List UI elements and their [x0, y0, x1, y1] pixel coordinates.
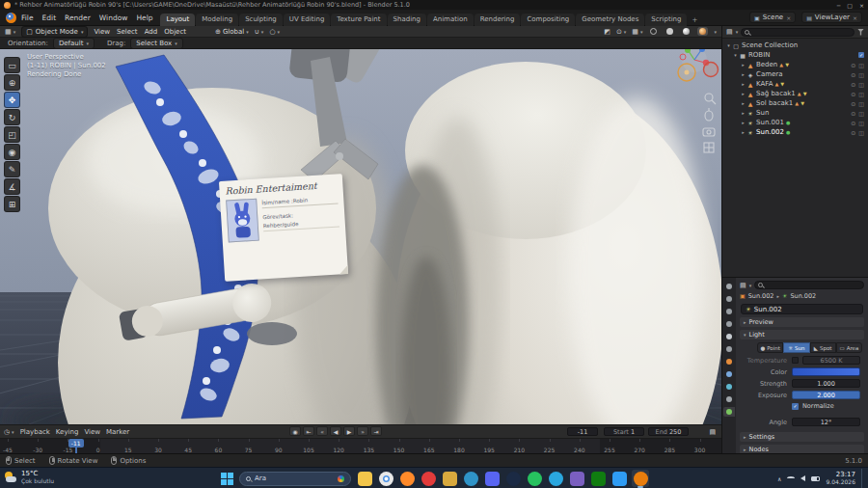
close-button[interactable]: ×	[859, 2, 864, 9]
menu-edit[interactable]: Edit	[42, 14, 57, 22]
taskbar-app-chrome[interactable]	[377, 470, 394, 487]
current-frame-field[interactable]: -11	[567, 427, 598, 436]
viewport-menu-add[interactable]: Add	[145, 28, 158, 36]
hide-viewport-icon[interactable]: ⊙	[851, 81, 855, 88]
taskbar-app-blender[interactable]	[632, 470, 649, 487]
expand-arrow[interactable]: ▸	[740, 100, 746, 106]
mode-dropdown[interactable]: ▢ Object Mode ▾	[21, 26, 88, 38]
workspace-tab-layout[interactable]: Layout	[160, 14, 195, 26]
menu-file[interactable]: File	[21, 14, 34, 22]
tool-move[interactable]: ✥	[4, 92, 20, 108]
battery-icon[interactable]	[811, 476, 820, 481]
menu-render[interactable]: Render	[65, 14, 91, 22]
viewlayer-unlink-icon[interactable]: ×	[853, 14, 857, 21]
shading-solid-button[interactable]	[665, 27, 675, 36]
play-reverse-button[interactable]: ◀	[330, 426, 341, 436]
workspace-tab-scripting[interactable]: Scripting	[645, 14, 687, 26]
tool-annotate[interactable]: ✎	[4, 161, 20, 177]
volume-icon[interactable]	[800, 475, 805, 481]
taskbar-app-discord[interactable]	[483, 470, 501, 487]
expand-arrow[interactable]: ▸	[740, 71, 746, 77]
properties-tab-tool[interactable]	[723, 282, 735, 291]
timeline-menu-playback[interactable]: Playback	[20, 428, 50, 436]
outliner-item-sa-bacak1[interactable]: ▸▲Sağ bacak1▲▼⊙◫	[722, 89, 868, 98]
timeline-menu-keying[interactable]: Keying	[56, 428, 79, 436]
auto-key-button[interactable]: ◉	[289, 426, 301, 436]
workspace-tab-texture-paint[interactable]: Texture Paint	[331, 14, 386, 26]
viewport-menu-object[interactable]: Object	[164, 28, 186, 36]
transform-orientation-dropdown[interactable]: ⊕ Global ▾	[215, 28, 249, 36]
jump-end-button[interactable]: ⇥	[370, 426, 382, 436]
shading-wireframe-button[interactable]	[648, 27, 659, 36]
hide-viewport-icon[interactable]: ⊙	[851, 91, 855, 97]
add-workspace-button[interactable]: +	[688, 14, 701, 26]
workspace-tab-modeling[interactable]: Modeling	[196, 14, 238, 26]
tool-add-cube[interactable]: ⊞	[4, 196, 20, 212]
scene-selector[interactable]: ▣ Scene ×	[749, 12, 796, 23]
hide-viewport-icon[interactable]: ⊙	[851, 129, 855, 136]
overlays-dropdown[interactable]: ▦▾	[632, 28, 642, 36]
workspace-tab-uv-editing[interactable]: UV Editing	[284, 14, 331, 26]
prev-key-button[interactable]: «	[316, 426, 328, 436]
properties-search-input[interactable]	[754, 281, 864, 289]
taskbar-clock[interactable]: 23:17 9.04.2026	[826, 471, 855, 486]
timeline-ruler[interactable]: -45-30-150153045607590105120135150165180…	[0, 438, 721, 454]
viewlayer-selector[interactable]: ▤ ViewLayer ×	[801, 12, 862, 23]
taskbar-app-opera[interactable]	[420, 470, 437, 487]
snap-dropdown[interactable]: ∪▾	[255, 28, 264, 36]
tool-cursor[interactable]: ⊕	[4, 74, 20, 91]
properties-tab-render[interactable]	[723, 294, 735, 304]
temperature-checkbox[interactable]	[792, 357, 799, 364]
outliner-item-camera[interactable]: ▸◈Camera⊙◫	[722, 69, 868, 79]
timeline-menu-view[interactable]: View	[84, 428, 100, 436]
jump-start-button[interactable]: ⇤	[303, 426, 314, 436]
expand-arrow[interactable]: ▸	[740, 129, 746, 135]
hide-viewport-icon[interactable]: ⊙	[851, 71, 855, 78]
tool-transform[interactable]: ◉	[4, 144, 20, 160]
taskbar-app-whatsapp[interactable]	[526, 470, 543, 487]
color-swatch[interactable]	[792, 367, 860, 376]
properties-tab-physics[interactable]	[723, 382, 735, 392]
play-button[interactable]: ▶	[343, 426, 355, 436]
gizmo-dropdown[interactable]: ⊙▾	[616, 28, 626, 36]
disable-render-icon[interactable]: ◫	[858, 62, 864, 68]
workspace-tab-rendering[interactable]: Rendering	[475, 14, 521, 26]
light-type-sun[interactable]: ☼Sun	[783, 342, 809, 353]
properties-tab-world[interactable]	[723, 344, 735, 354]
taskbar-app-vscode[interactable]	[610, 470, 628, 487]
menu-help[interactable]: Help	[136, 14, 152, 22]
outliner-item-sun-002[interactable]: ▸☀Sun.002●⊙◫	[722, 127, 868, 137]
next-key-button[interactable]: »	[357, 426, 368, 436]
show-desktop-button[interactable]	[861, 469, 864, 488]
disable-render-icon[interactable]: ◫	[858, 120, 864, 126]
tray-expand-icon[interactable]: ∧	[777, 475, 781, 482]
taskbar-app-viber[interactable]	[568, 470, 585, 487]
collection-checkbox[interactable]: ✓	[858, 52, 864, 58]
expand-arrow[interactable]: ▸	[740, 81, 746, 87]
breadcrumb-data[interactable]: Sun.002	[790, 292, 816, 300]
disable-render-icon[interactable]: ◫	[858, 91, 864, 97]
light-type-spot[interactable]: ◣Spot	[810, 342, 836, 353]
taskbar-weather-widget[interactable]: 15°C Çok bulutlu	[4, 470, 54, 485]
orientation-setting-dropdown[interactable]: Default▾	[53, 38, 95, 49]
properties-tab-scene[interactable]	[723, 332, 735, 341]
shading-material-button[interactable]	[681, 27, 692, 36]
playhead-frame-label[interactable]: -11	[68, 439, 84, 447]
taskbar-app-firefox[interactable]	[398, 470, 416, 487]
settings-panel-header[interactable]: ▸ Settings	[740, 432, 864, 442]
expand-arrow[interactable]: ▸	[740, 110, 746, 116]
disable-render-icon[interactable]: ◫	[858, 110, 864, 117]
expand-arrow[interactable]: ▾	[725, 42, 732, 48]
expand-arrow[interactable]: ▾	[732, 52, 739, 58]
editor-type-selector[interactable]: ▦▾	[5, 28, 15, 36]
selectability-icon[interactable]: ◩	[604, 28, 610, 36]
outliner-editor-icon[interactable]: ▤	[726, 28, 733, 36]
timeline-options-icon[interactable]: ▤	[709, 428, 716, 436]
properties-tab-constraints[interactable]	[723, 394, 735, 404]
maximize-button[interactable]: ▢	[847, 2, 853, 9]
workspace-tab-compositing[interactable]: Compositing	[521, 14, 575, 26]
frame-start-field[interactable]: Start 1	[604, 427, 644, 436]
viewport-3d[interactable]: User Perspective (1-11) ROBIN | Sun.002 …	[0, 49, 721, 424]
minimize-button[interactable]: ─	[837, 2, 841, 9]
shading-rendered-button[interactable]	[697, 27, 708, 36]
